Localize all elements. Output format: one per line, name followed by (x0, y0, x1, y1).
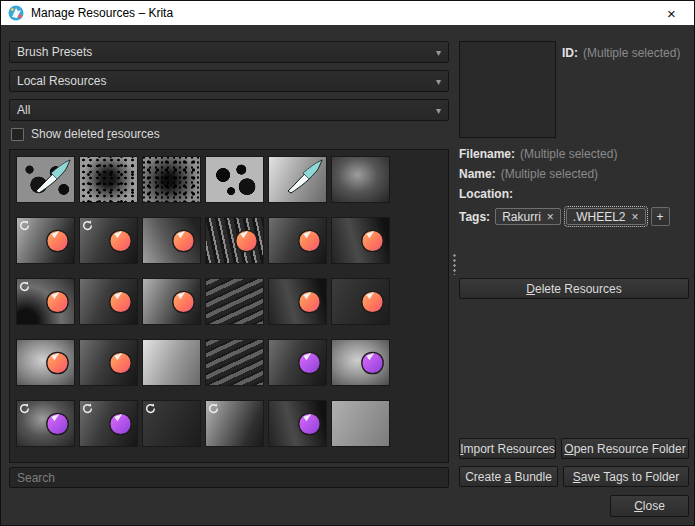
add-tag-button[interactable]: + (651, 207, 670, 226)
refresh-icon (82, 403, 93, 414)
preset-tile[interactable] (331, 156, 390, 203)
filename-row: Filename: (Multiple selected) (459, 147, 690, 161)
chevron-down-icon: ▾ (436, 76, 441, 87)
preset-tile[interactable] (268, 339, 327, 386)
search-input[interactable] (9, 467, 449, 488)
tag-filter-dropdown[interactable]: All ▾ (9, 99, 449, 121)
purple-blob-icon (107, 410, 134, 437)
preset-tile[interactable] (205, 156, 264, 203)
preset-tile[interactable] (79, 400, 138, 447)
refresh-icon (208, 403, 219, 414)
preset-tile[interactable] (205, 278, 264, 325)
orange-blob-icon (44, 227, 71, 254)
name-value: (Multiple selected) (501, 167, 598, 181)
name-label: Name: (459, 167, 496, 181)
preset-tile[interactable] (142, 400, 201, 447)
name-row: Name: (Multiple selected) (459, 167, 690, 181)
orange-blob-icon (44, 288, 71, 315)
preset-tile[interactable] (142, 217, 201, 264)
remove-tag-icon[interactable]: × (632, 210, 639, 224)
purple-blob-icon (296, 349, 323, 376)
orange-blob-icon (296, 288, 323, 315)
preset-tile[interactable] (79, 156, 138, 203)
orange-blob-icon (296, 227, 323, 254)
show-deleted-checkbox[interactable]: Show deleted resources (11, 127, 160, 141)
window-title: Manage Resources – Krita (31, 6, 173, 20)
id-row: ID: (Multiple selected) (562, 46, 680, 60)
plus-icon: + (657, 210, 664, 224)
preset-tile[interactable] (16, 278, 75, 325)
tags-row: Tags: Rakurri × .WHEEL2 × + (459, 207, 690, 226)
storage-dropdown[interactable]: Local Resources ▾ (9, 70, 449, 92)
refresh-icon (19, 403, 30, 414)
checkbox-box[interactable] (11, 128, 24, 141)
preset-grid-container (9, 149, 449, 463)
location-label: Location: (459, 187, 513, 201)
refresh-icon (19, 220, 30, 231)
preset-tile[interactable] (16, 156, 75, 203)
refresh-icon (19, 281, 30, 292)
preset-tile[interactable] (205, 400, 264, 447)
preset-tile[interactable] (205, 217, 264, 264)
preset-tile[interactable] (268, 400, 327, 447)
krita-app-icon (8, 5, 24, 21)
tag-chip[interactable]: .WHEEL2 × (566, 208, 646, 225)
preset-tile[interactable] (142, 278, 201, 325)
preset-tile[interactable] (331, 400, 390, 447)
resource-type-dropdown[interactable]: Brush Presets ▾ (9, 41, 449, 63)
teal-brush-icon (285, 157, 325, 195)
preset-tile[interactable] (16, 217, 75, 264)
orange-blob-icon (44, 349, 71, 376)
preset-tile[interactable] (142, 339, 201, 386)
save-tags-to-folder-button[interactable]: Save Tags to Folder (563, 466, 689, 487)
preset-tile[interactable] (331, 278, 390, 325)
storage-value: Local Resources (17, 74, 106, 88)
open-resource-folder-button[interactable]: Open Resource Folder (561, 438, 689, 459)
window-close-button[interactable]: × (649, 1, 694, 25)
title-bar: Manage Resources – Krita × (1, 1, 694, 25)
preset-tile[interactable] (331, 339, 390, 386)
preset-tile[interactable] (142, 156, 201, 203)
tag-chip[interactable]: Rakurri × (495, 208, 561, 225)
orange-blob-icon (359, 227, 386, 254)
preset-tile[interactable] (16, 400, 75, 447)
preset-tile[interactable] (79, 278, 138, 325)
orange-blob-icon (170, 227, 197, 254)
tag-filter-value: All (17, 103, 30, 117)
resource-type-value: Brush Presets (17, 45, 92, 59)
preset-tile[interactable] (268, 278, 327, 325)
preset-tile[interactable] (79, 339, 138, 386)
tag-name: .WHEEL2 (573, 210, 626, 224)
preset-tile[interactable] (268, 217, 327, 264)
purple-blob-icon (359, 349, 386, 376)
delete-resources-button[interactable]: Delete Resources (459, 278, 689, 299)
preset-tile[interactable] (16, 339, 75, 386)
orange-blob-icon (170, 288, 197, 315)
manage-resources-dialog: Manage Resources – Krita × Brush Presets… (0, 0, 695, 526)
refresh-icon (82, 220, 93, 231)
chevron-down-icon: ▾ (436, 105, 441, 116)
create-bundle-button[interactable]: Create a Bundle (459, 466, 558, 487)
preset-tile[interactable] (331, 217, 390, 264)
orange-blob-icon (107, 288, 134, 315)
orange-blob-icon (233, 227, 260, 254)
chevron-down-icon: ▾ (436, 47, 441, 58)
preset-tile[interactable] (268, 156, 327, 203)
id-label: ID: (562, 46, 578, 60)
close-dialog-button[interactable]: Close (610, 495, 689, 517)
tag-name: Rakurri (502, 210, 541, 224)
teal-brush-icon (33, 157, 73, 195)
preset-grid (16, 156, 442, 447)
purple-blob-icon (296, 410, 323, 437)
orange-blob-icon (107, 227, 134, 254)
splitter-handle[interactable] (453, 253, 456, 275)
id-value: (Multiple selected) (583, 46, 680, 60)
resource-preview (459, 41, 556, 138)
location-row: Location: (459, 187, 690, 201)
preset-tile[interactable] (205, 339, 264, 386)
tags-label: Tags: (459, 210, 490, 224)
preset-tile[interactable] (79, 217, 138, 264)
remove-tag-icon[interactable]: × (547, 210, 554, 224)
filename-value: (Multiple selected) (520, 147, 617, 161)
import-resources-button[interactable]: Import Resources (459, 438, 556, 459)
